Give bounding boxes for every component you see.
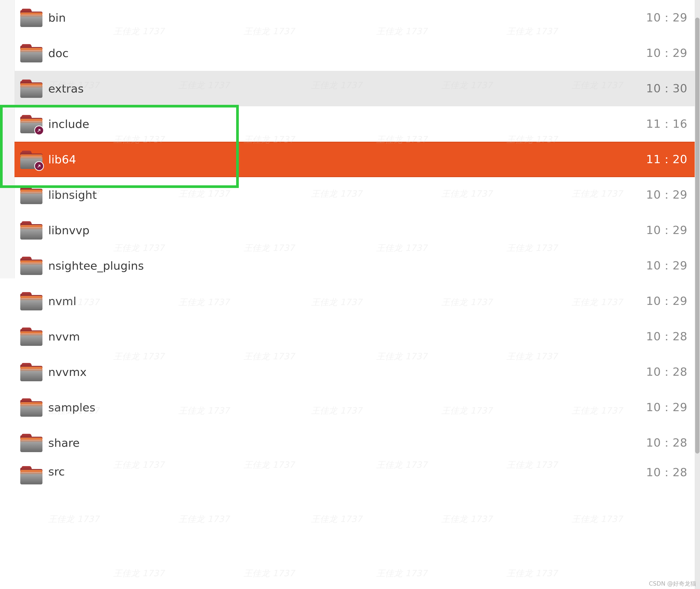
folder-icon [14,464,48,485]
svg-rect-38 [21,440,42,440]
folder-row-nvvm[interactable]: nvvm10：28 [14,319,695,354]
folder-name-label: src [48,460,646,478]
svg-rect-37 [20,439,42,452]
svg-rect-8 [21,85,42,86]
folder-name-label: include [48,118,646,131]
folder-icon [14,185,48,205]
file-manager-view: bin10：29 doc10：29 extras10：30 include11：… [0,0,700,589]
folder-icon [14,8,48,27]
folder-time-label: 10：29 [646,187,695,202]
folder-time-label: 10：28 [646,435,695,450]
folder-icon [14,220,48,240]
folder-icon [14,256,48,275]
symlink-badge-icon [34,161,44,171]
svg-rect-20 [21,227,42,228]
folder-time-label: 11：16 [646,117,695,132]
folder-time-label: 10：29 [646,293,695,309]
folder-row-samples[interactable]: samples10：29 [14,390,695,425]
vertical-scrollbar-thumb[interactable] [695,18,700,453]
symlink-badge-icon [34,126,44,135]
svg-rect-32 [21,369,42,370]
folder-row-src[interactable]: src10：28 [14,460,695,488]
folder-name-label: lib64 [48,153,646,166]
folder-time-label: 10：29 [646,258,695,273]
folder-row-libnvvp[interactable]: libnvvp10：29 [14,213,695,248]
vertical-scrollbar-track[interactable] [695,0,700,589]
folder-icon [14,150,48,169]
folder-row-nvml[interactable]: nvml10：29 [14,283,695,319]
folder-row-bin[interactable]: bin10：29 [14,0,695,35]
folder-row-lib64[interactable]: lib6411：20 [14,142,695,177]
folder-row-extras[interactable]: extras10：30 [14,71,695,106]
folder-icon [14,291,48,311]
folder-icon [14,43,48,63]
folder-time-label: 10：29 [646,400,695,415]
folder-icon [14,433,48,452]
folder-time-label: 10：28 [646,460,695,480]
folder-row-libnsight[interactable]: libnsight10：29 [14,177,695,213]
folder-name-label: extras [48,82,646,95]
svg-rect-31 [20,368,42,381]
folder-name-label: bin [48,11,646,24]
svg-rect-34 [20,404,42,417]
svg-rect-2 [21,14,42,15]
folder-icon [14,362,48,382]
svg-rect-11 [21,121,42,122]
svg-rect-1 [20,14,42,27]
folder-name-label: samples [48,401,646,414]
folder-row-share[interactable]: share10：28 [14,425,695,460]
svg-rect-25 [20,298,42,311]
folder-time-label: 10：28 [646,329,695,344]
folder-time-label: 10：29 [646,10,695,25]
svg-rect-17 [21,192,42,193]
folder-row-doc[interactable]: doc10：29 [14,35,695,71]
svg-rect-35 [21,404,42,405]
folder-name-label: libnsight [48,188,646,201]
svg-rect-41 [21,472,42,473]
folder-row-nvvmx[interactable]: nvvmx10：28 [14,354,695,390]
folder-time-label: 10：29 [646,223,695,238]
folder-row-nsightee_plugins[interactable]: nsightee_plugins10：29 [14,248,695,283]
folder-list: bin10：29 doc10：29 extras10：30 include11：… [14,0,695,589]
folder-icon [14,327,48,346]
svg-rect-7 [20,85,42,98]
folder-icon [14,397,48,417]
svg-rect-23 [21,262,42,263]
svg-rect-5 [21,50,42,51]
svg-rect-22 [20,262,42,275]
svg-rect-29 [21,333,42,334]
svg-rect-14 [21,156,42,157]
sidebar-edge [0,0,15,278]
svg-rect-16 [20,191,42,204]
folder-icon [14,78,48,98]
folder-name-label: nsightee_plugins [48,259,646,272]
folder-name-label: share [48,436,646,449]
svg-rect-28 [20,333,42,346]
svg-rect-19 [20,226,42,239]
folder-row-include[interactable]: include11：16 [14,106,695,142]
folder-name-label: nvml [48,294,646,308]
folder-name-label: doc [48,46,646,60]
svg-rect-4 [20,49,42,62]
folder-name-label: libnvvp [48,224,646,237]
folder-name-label: nvvm [48,330,646,343]
folder-name-label: nvvmx [48,365,646,379]
folder-time-label: 11：20 [646,152,695,167]
folder-time-label: 10：28 [646,364,695,380]
folder-time-label: 10：30 [646,81,695,96]
folder-icon [14,114,48,134]
folder-time-label: 10：29 [646,45,695,61]
svg-rect-40 [20,471,42,484]
svg-rect-26 [21,298,42,299]
